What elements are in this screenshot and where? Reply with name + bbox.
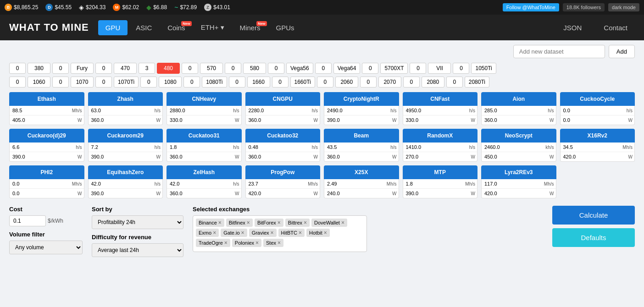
algo-hashrate-input[interactable] [405,107,437,114]
nav-item-gpu[interactable]: GPU [98,20,128,35]
algo-power-input[interactable] [483,116,516,124]
algo-button[interactable]: Cuckatoo31 [167,129,242,143]
gpu-count-input[interactable] [95,63,112,74]
gpu-count-input[interactable] [453,63,469,74]
algo-power-input[interactable] [562,153,594,160]
add-dataset-button[interactable]: Add [609,45,635,58]
gpu-count-input[interactable] [360,77,377,88]
algo-button[interactable]: NeoScrypt [481,129,556,143]
algo-hashrate-input[interactable] [483,107,516,114]
follow-button[interactable]: Follow @WhatToMine [503,3,559,11]
algo-button[interactable]: PHI2 [9,165,84,179]
algo-power-input[interactable] [405,116,437,124]
algo-hashrate-input[interactable] [90,180,122,187]
exchange-remove-button[interactable]: × [341,219,344,226]
algo-button[interactable]: Ethash [9,92,84,106]
algo-power-input[interactable] [562,116,594,124]
gpu-count-input[interactable] [229,77,245,88]
cost-input[interactable] [9,215,46,226]
algo-power-input[interactable] [326,153,358,160]
algo-button[interactable]: Beam [324,129,399,143]
exchange-remove-button[interactable]: × [271,230,274,236]
exchange-remove-button[interactable]: × [218,219,222,226]
algo-power-input[interactable] [405,190,437,197]
exchange-remove-button[interactable]: × [213,230,216,236]
algo-button[interactable]: Lyra2REv3 [481,165,556,179]
algo-hashrate-input[interactable] [248,180,280,187]
algo-hashrate-input[interactable] [248,107,280,114]
algo-power-input[interactable] [90,153,122,160]
nav-item-asic[interactable]: ASIC [128,20,159,35]
algo-button[interactable]: CNFast [403,92,478,106]
algo-power-input[interactable] [11,116,44,124]
algo-hashrate-input[interactable] [11,143,44,151]
algo-power-input[interactable] [169,153,201,160]
algo-hashrate-input[interactable] [248,143,280,151]
algo-hashrate-input[interactable] [11,180,44,187]
algo-power-input[interactable] [326,116,358,124]
gpu-count-input[interactable] [183,77,200,88]
gpu-count-input[interactable] [315,63,332,74]
gpu-count-input[interactable] [140,77,157,88]
algo-button[interactable]: RandomX [403,129,478,143]
algo-power-input[interactable] [248,190,280,197]
nav-item-json[interactable]: JSON [556,20,589,35]
algo-button[interactable]: X16Rv2 [560,129,635,143]
algo-hashrate-input[interactable] [405,180,437,187]
exchange-remove-button[interactable]: × [299,230,302,236]
calculate-button[interactable]: Calculate [552,206,635,225]
algo-hashrate-input[interactable] [483,180,516,187]
algo-button[interactable]: CuckooCycle [560,92,635,106]
algo-button[interactable]: Cuckatoo32 [245,129,321,143]
algo-button[interactable]: ProgPow [245,165,321,179]
gpu-count-input[interactable] [446,77,463,88]
algo-button[interactable]: ZelHash [167,165,242,179]
algo-power-input[interactable] [248,153,280,160]
algo-hashrate-input[interactable] [90,107,122,114]
gpu-count-input[interactable] [225,63,241,74]
algo-button[interactable]: Zhash [88,92,163,106]
nav-item-contact[interactable]: Contact [596,20,635,35]
algo-button[interactable]: Cuckaroom29 [88,129,163,143]
gpu-count-input[interactable] [52,63,69,74]
algo-hashrate-input[interactable] [326,180,358,187]
difficulty-select[interactable]: Average last 24h Current [92,243,183,257]
exchange-remove-button[interactable]: × [224,240,228,246]
gpu-count-input[interactable] [410,63,426,74]
gpu-count-input[interactable] [139,63,155,74]
algo-power-input[interactable] [90,116,122,124]
algo-power-input[interactable] [483,153,516,160]
algo-hashrate-input[interactable] [326,143,358,151]
gpu-count-input[interactable] [272,77,289,88]
algo-hashrate-input[interactable] [90,143,122,151]
algo-power-input[interactable] [11,153,44,160]
algo-power-input[interactable] [169,190,201,197]
algo-power-input[interactable] [248,116,280,124]
algo-hashrate-input[interactable] [326,107,358,114]
gpu-count-input[interactable] [268,63,284,74]
exchange-remove-button[interactable]: × [324,230,327,236]
nav-item-coins[interactable]: CoinsNew [160,20,192,35]
gpu-count-input[interactable] [362,63,378,74]
gpu-count-input[interactable] [182,63,198,74]
gpu-count-input[interactable] [9,77,26,88]
algo-button[interactable]: CNHeavy [167,92,242,106]
algo-hashrate-input[interactable] [11,107,44,114]
defaults-button[interactable]: Defaults [552,228,635,247]
algo-power-input[interactable] [11,190,44,197]
algo-power-input[interactable] [405,153,437,160]
algo-hashrate-input[interactable] [562,107,594,114]
algo-button[interactable]: Aion [481,92,556,106]
algo-hashrate-input[interactable] [405,143,437,151]
nav-item-gpus[interactable]: GPUs [269,20,302,35]
volume-filter-select[interactable]: Any volume [9,241,83,254]
algo-hashrate-input[interactable] [483,143,516,151]
exchange-remove-button[interactable]: × [247,219,250,226]
nav-item-miners[interactable]: MinersNew [233,20,268,35]
algo-power-input[interactable] [90,190,122,197]
algo-hashrate-input[interactable] [169,107,201,114]
sortby-select[interactable]: Profitability 24h Profitability 1h Profi… [92,215,183,229]
gpu-count-input[interactable] [9,63,26,74]
algo-button[interactable]: EquihashZero [88,165,163,179]
exchange-remove-button[interactable]: × [278,219,281,226]
